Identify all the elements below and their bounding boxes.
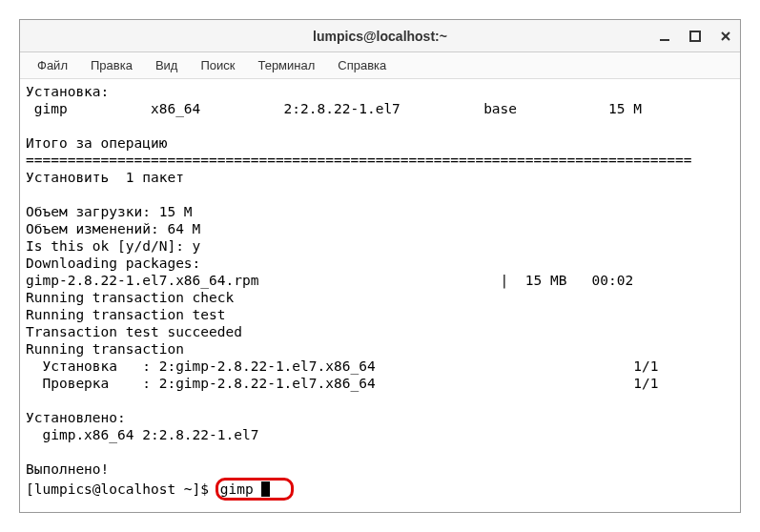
terminal-line: Running transaction check bbox=[26, 290, 234, 305]
terminal-line: Проверка : 2:gimp-2.8.22-1.el7.x86_64 1/… bbox=[26, 376, 658, 391]
window-title: lumpics@localhost:~ bbox=[313, 29, 447, 44]
window-controls bbox=[658, 30, 732, 43]
menu-search[interactable]: Поиск bbox=[191, 54, 244, 76]
svg-rect-1 bbox=[690, 31, 700, 41]
terminal-line: Установка : 2:gimp-2.8.22-1.el7.x86_64 1… bbox=[26, 358, 658, 374]
terminal-line: Объем изменений: 64 M bbox=[26, 221, 200, 236]
terminal-line: Running transaction bbox=[26, 341, 184, 357]
terminal-line: Transaction test succeeded bbox=[26, 324, 242, 339]
maximize-button[interactable] bbox=[688, 30, 702, 43]
menubar: Файл Правка Вид Поиск Терминал Справка bbox=[20, 52, 740, 79]
terminal-line: Running transaction test bbox=[26, 307, 226, 322]
svg-rect-0 bbox=[660, 39, 669, 41]
annotation-highlight: gimp bbox=[216, 478, 294, 501]
terminal-line: Выполнено! bbox=[26, 461, 109, 477]
terminal-line: Установить 1 пакет bbox=[26, 170, 184, 185]
terminal-line: Установка: bbox=[26, 84, 109, 99]
terminal-line: Итого за операцию bbox=[26, 135, 167, 151]
terminal-line: gimp.x86_64 2:2.8.22-1.el7 bbox=[26, 427, 258, 442]
typed-command: gimp bbox=[220, 481, 262, 497]
terminal-line: Downloading packages: bbox=[26, 256, 200, 271]
terminal-window: lumpics@localhost:~ Файл Правка Вид Поис… bbox=[19, 19, 741, 513]
terminal-line: Установлено: bbox=[26, 410, 126, 425]
minimize-button[interactable] bbox=[658, 30, 671, 43]
terminal-line: Is this ok [y/d/N]: y bbox=[26, 238, 200, 254]
terminal-line: Объем загрузки: 15 M bbox=[26, 204, 193, 219]
cursor-icon bbox=[261, 481, 270, 497]
close-button[interactable] bbox=[719, 30, 732, 43]
menu-view[interactable]: Вид bbox=[146, 54, 188, 76]
titlebar: lumpics@localhost:~ bbox=[20, 20, 740, 52]
terminal-line: ========================================… bbox=[26, 153, 691, 168]
terminal-line: gimp x86_64 2:2.8.22-1.el7 base 15 M bbox=[26, 101, 642, 116]
shell-prompt: [lumpics@localhost ~]$ bbox=[26, 481, 217, 497]
menu-help[interactable]: Справка bbox=[328, 54, 396, 76]
menu-terminal[interactable]: Терминал bbox=[248, 54, 324, 76]
menu-file[interactable]: Файл bbox=[28, 54, 77, 76]
menu-edit[interactable]: Правка bbox=[81, 54, 142, 76]
terminal-body[interactable]: Установка: gimp x86_64 2:2.8.22-1.el7 ba… bbox=[20, 79, 740, 512]
terminal-line: gimp-2.8.22-1.el7.x86_64.rpm | 15 MB 00:… bbox=[26, 273, 633, 288]
